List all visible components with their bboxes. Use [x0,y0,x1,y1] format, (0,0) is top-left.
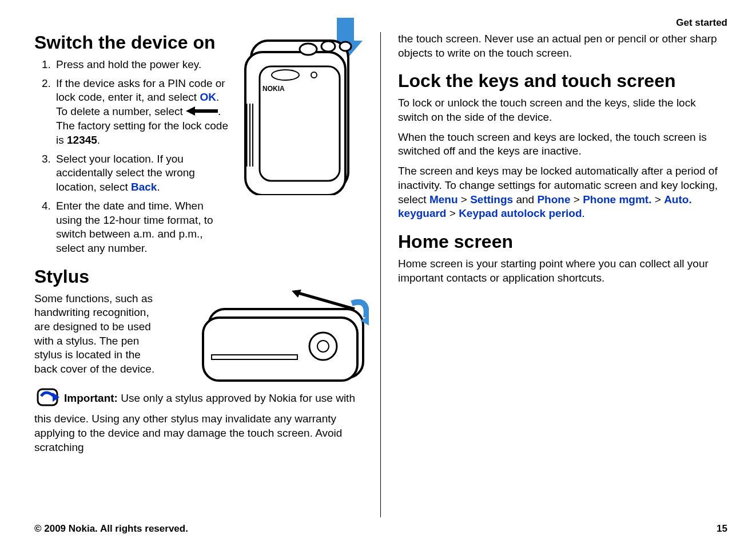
footer-page-number: 15 [717,523,727,535]
switch-on-steps: Press and hold the power key. If the dev… [34,58,231,256]
svg-line-19 [295,292,355,309]
important-icon [34,386,62,413]
step-4: Enter the date and time. When using the … [54,199,231,256]
phone-label: Phone [537,193,570,205]
svg-point-6 [340,42,351,51]
svg-text:NOKIA: NOKIA [262,85,285,93]
lock-p1: To lock or unlock the touch screen and t… [398,96,727,124]
stylus-illustration [180,280,369,383]
phone-mgmt-label: Phone mgmt. [583,193,651,205]
svg-rect-7 [260,66,340,181]
footer-copyright: © 2009 Nokia. All rights reserved. [34,523,188,535]
svg-point-5 [321,41,335,52]
keypad-autolock-label: Keypad autolock period [459,207,582,219]
step-2: If the device asks for a PIN code or loc… [54,77,231,148]
svg-point-4 [300,43,317,55]
home-screen-paragraph: Home screen is your starting point where… [398,257,727,285]
menu-label: Menu [429,193,458,205]
header-section: Get started [34,17,727,29]
back-label: Back [131,181,157,193]
step-1: Press and hold the power key. [54,58,231,72]
svg-rect-18 [212,355,297,359]
heading-lock-keys: Lock the keys and touch screen [398,70,727,92]
important-note: Important: Use only a stylus approved by… [34,386,363,455]
important-label: Important: [64,392,118,404]
svg-marker-0 [186,106,218,116]
ok-label: OK [200,91,216,103]
svg-point-17 [317,341,329,352]
stylus-continuation: the touch screen. Never use an actual pe… [398,32,727,60]
phone-power-illustration: NOKIA [240,18,365,195]
stylus-paragraph: Some functions, such as handwriting reco… [34,292,160,377]
svg-point-8 [272,70,299,80]
lock-p3: The screen and keys may be locked automa… [398,164,727,221]
default-lock-code: 12345 [67,134,97,146]
svg-point-9 [311,72,317,78]
step-3: Select your location. If you accidentall… [54,152,231,195]
lock-p2: When the touch screen and keys are locke… [398,130,727,159]
settings-label: Settings [470,193,513,205]
heading-home-screen: Home screen [398,231,727,252]
backspace-arrow-icon [186,105,218,120]
